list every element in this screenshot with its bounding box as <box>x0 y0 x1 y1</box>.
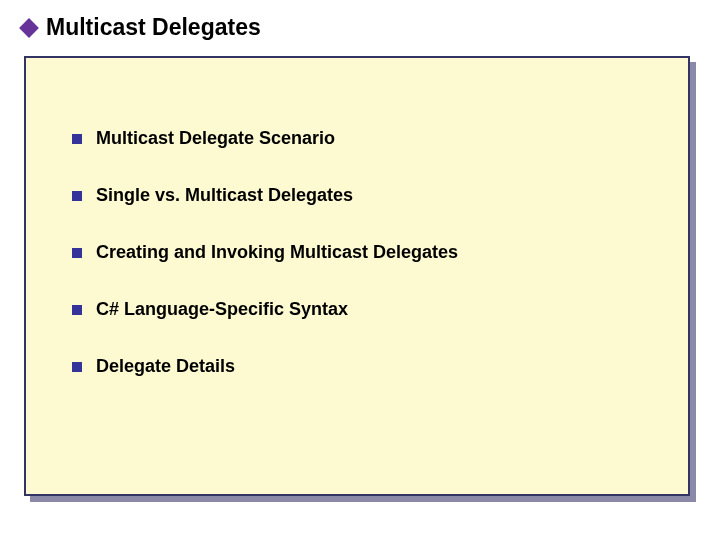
list-item: C# Language-Specific Syntax <box>72 299 458 320</box>
bullet-text: C# Language-Specific Syntax <box>96 299 348 320</box>
list-item: Creating and Invoking Multicast Delegate… <box>72 242 458 263</box>
list-item: Delegate Details <box>72 356 458 377</box>
diamond-icon <box>19 18 39 38</box>
bullet-text: Single vs. Multicast Delegates <box>96 185 353 206</box>
square-icon <box>72 362 82 372</box>
square-icon <box>72 191 82 201</box>
slide-title-row: Multicast Delegates <box>22 14 261 41</box>
square-icon <box>72 305 82 315</box>
bullet-list: Multicast Delegate Scenario Single vs. M… <box>72 128 458 413</box>
bullet-text: Multicast Delegate Scenario <box>96 128 335 149</box>
square-icon <box>72 134 82 144</box>
list-item: Multicast Delegate Scenario <box>72 128 458 149</box>
slide-title: Multicast Delegates <box>46 14 261 41</box>
bullet-text: Creating and Invoking Multicast Delegate… <box>96 242 458 263</box>
square-icon <box>72 248 82 258</box>
bullet-text: Delegate Details <box>96 356 235 377</box>
slide: Multicast Delegates Multicast Delegate S… <box>0 0 720 540</box>
list-item: Single vs. Multicast Delegates <box>72 185 458 206</box>
content-panel: Multicast Delegate Scenario Single vs. M… <box>24 56 690 496</box>
